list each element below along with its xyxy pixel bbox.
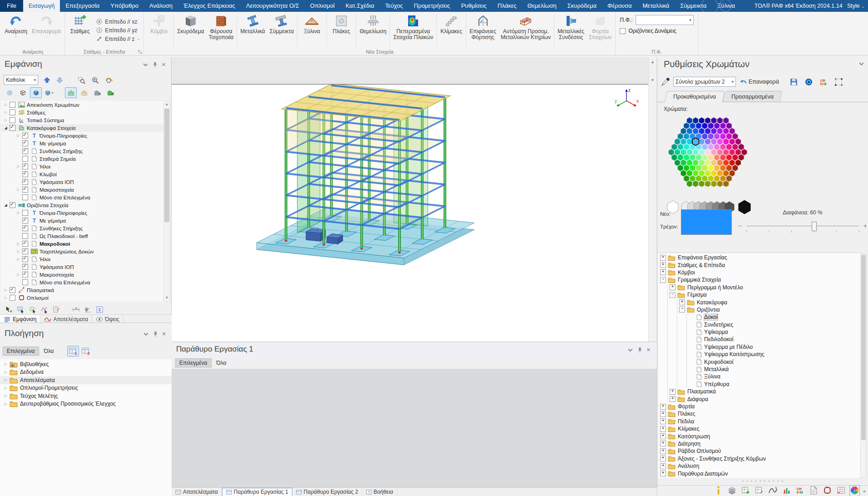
expand-box-icon[interactable]: − [670,292,676,298]
bld-gray-button[interactable] [91,87,103,98]
menu-item-Ανάλυση[interactable]: Ανάλυση [144,0,178,12]
nav-item-Τεύχος Μελέτης[interactable]: ▷Τεύχος Μελέτης [0,392,172,400]
expand-box-icon[interactable]: + [660,463,666,469]
visibility-checkbox[interactable] [22,225,28,231]
color-tree-item-Κόμβοι[interactable]: +Κόμβοι [658,269,861,276]
expander-icon[interactable]: ▷ [3,103,9,107]
tree-item-Συνθήκες Στήριξης[interactable]: Συνθήκες Στήριξης [1,224,163,232]
expand-box-icon[interactable]: + [660,441,666,446]
visibility-checkbox[interactable] [22,233,28,239]
expander-icon[interactable]: ▷ [15,273,21,277]
ribbon-button-Κλίμακες[interactable]: Κλίμακες [438,12,465,48]
expander-icon[interactable]: ▷ [3,288,9,292]
cube-solid-button[interactable] [30,87,42,98]
expander-icon[interactable]: ▷ [15,257,21,261]
properties-button[interactable] [50,304,62,315]
expand-box-icon[interactable]: + [660,411,666,417]
color-tab-Προκαθορισμένα[interactable]: Προκαθορισμένα [664,91,725,102]
expand-box-icon[interactable]: + [660,456,666,461]
visibility-checkbox[interactable] [22,279,28,285]
visibility-checkbox[interactable] [10,109,15,115]
color-tree-item-Διάτρηση[interactable]: +Διάτρηση [658,440,861,447]
overflow-icon[interactable]: » [863,488,866,494]
visibility-checkbox[interactable] [22,187,28,193]
color-tree-item-Μεταλλικά[interactable]: Μεταλλικά [687,366,861,373]
color-tree-item-Γέμισμα[interactable]: −Γέμισμα [668,291,861,298]
pf-dropdown[interactable]: ▾ [636,15,694,25]
color-tree-item-Επιφάνεια Εργασίας[interactable]: +Επιφάνεια Εργασίας [658,254,861,261]
tree-item-Σταθερά Σημεία[interactable]: Σταθερά Σημεία [1,155,163,163]
color-tree-item-Ράβδοι Οπλισμού[interactable]: +Ράβδοι Οπλισμού [658,447,861,455]
tree-item-Στάθμες[interactable]: ▷Στάθμες [1,109,163,116]
tree-item-Πλασματικά[interactable]: ▷Πλασματικά [1,286,163,294]
cube-glass-button[interactable] [4,87,15,98]
visibility-checkbox[interactable] [22,179,28,185]
cr-button[interactable]: CR [818,76,830,87]
tree-item-Συνθήκες Στήριξης[interactable]: Συνθήκες Στήριξης [1,147,163,155]
doc-tab-Παράθυρο Εργασίας 2[interactable]: Παράθυρο Εργασίας 2 [292,488,362,496]
ribbon-button-Στάθμες[interactable]: Στάθμες [66,12,94,48]
color-tree-item-Ανάλυση[interactable]: +Ανάλυση [658,462,861,470]
visibility-checkbox[interactable] [22,164,28,169]
menu-item-Επεξεργασία[interactable]: Επεξεργασία [60,0,105,12]
nav-tab-Όλα[interactable]: Όλα [40,347,58,356]
status-doc-icon[interactable] [809,485,819,496]
ribbon-button-Σύμμεικτα[interactable]: Σύμμεικτα [267,12,296,48]
color-tree-item-Φορτία[interactable]: +Φορτία [658,403,861,410]
color-tree-item-Συνδετήριες[interactable]: Συνδετήριες [687,321,861,328]
visibility-checkbox[interactable] [22,256,28,262]
menu-item-Τεύχος[interactable]: Τεύχος [380,0,408,12]
visibility-checkbox[interactable] [22,156,28,162]
dimension-button[interactable]: d [70,304,82,315]
color-tree-item-Υψίκορμα[interactable]: Υψίκορμα [687,328,861,336]
bld-wire-green-button[interactable] [65,87,77,98]
visibility-checkbox[interactable] [22,140,28,146]
expander-icon[interactable]: ▷ [3,110,9,114]
expand-box-icon[interactable]: + [679,299,685,305]
status-plan-add-icon[interactable] [740,485,751,496]
cube-menu-button[interactable] [43,87,55,98]
ribbon-button-Μεταλλικές[interactable]: Μεταλλικές Συνδέσεις [555,12,587,48]
menu-item-Ρυθμίσεις[interactable]: Ρυθμίσεις [456,0,492,12]
color-tree-item-Περίγραμμα ή Μοντέλο[interactable]: +Περίγραμμα ή Μοντέλο [668,284,861,291]
pin-icon[interactable] [153,331,158,337]
ribbon-button-Πεπερασμένα[interactable]: Πεπερασμένα Στοιχεία Πλακών [391,12,435,48]
color-tree-item-Πέδιλα[interactable]: +Πέδιλα [658,418,861,425]
color-tab-Προσαρμοσμένα[interactable]: Προσαρμοσμένα [723,91,783,102]
zoom-extents-button[interactable] [89,74,101,85]
menu-item-Κατ.Σχέδια[interactable]: Κατ.Σχέδια [340,0,380,12]
ribbon-button-Επίπεδο // yz[interactable]: 1Επίπεδο // yz [96,27,140,34]
eyedropper-icon[interactable] [661,78,670,86]
dialog-launcher-icon[interactable] [138,50,142,54]
scope-dropdown[interactable]: Καθολικ▾ [4,75,38,85]
visibility-checkbox[interactable] [22,210,28,216]
slider-plus[interactable]: + [863,222,867,229]
visibility-checkbox[interactable] [10,202,15,208]
expander-icon[interactable]: ▷ [15,164,21,169]
menu-item-Υπόβαθρο[interactable]: Υπόβαθρο [105,0,144,12]
tree-item-Κλωβοί[interactable]: Κλωβοί [1,170,163,178]
pin-icon[interactable] [152,62,158,68]
ribbon-button-Μεταλλικά[interactable]: Μεταλλικά [238,12,267,48]
tree-item-Ως Πλακοδοκοί - beff[interactable]: Ως Πλακοδοκοί - beff [1,232,163,240]
viewport-scrollbar[interactable]: ▲ ▼ [648,57,656,342]
ribbon-button-Επιφάνειες[interactable]: Επιφάνειες Φόρτισης [467,12,498,48]
pointer-plus-button[interactable] [3,304,15,315]
nav-tab-Επιλεγμένα[interactable]: Επιλεγμένα [3,347,39,356]
win1-button[interactable]: 1 [67,346,79,357]
doc-tab-Παράθυρο Εργασίας 1[interactable]: Παράθυρο Εργασίας 1 [222,488,292,496]
visibility-checkbox[interactable] [22,264,28,270]
status-stirrupR-icon[interactable] [822,485,833,496]
menu-item-Πλάκες[interactable]: Πλάκες [492,0,522,12]
expand-box-icon[interactable]: + [660,269,666,275]
tree-item-Όνομα-Πληροφορίες[interactable]: ▷TΌνομα-Πληροφορίες [1,209,163,217]
visibility-checkbox[interactable] [22,272,28,278]
expander-icon[interactable]: ▷ [15,188,21,192]
workwin-tab-Επιλεγμένα[interactable]: Επιλεγμένα [175,358,212,367]
visibility-checkbox[interactable] [10,287,15,293]
collapse-icon[interactable] [627,347,633,353]
tree-item-Ήλοι[interactable]: ▷Ήλοι [1,255,163,263]
status-info-icon[interactable] [713,485,724,496]
expander-icon[interactable]: ◢ [3,203,9,207]
bld-wire-tan-button[interactable] [78,87,90,98]
